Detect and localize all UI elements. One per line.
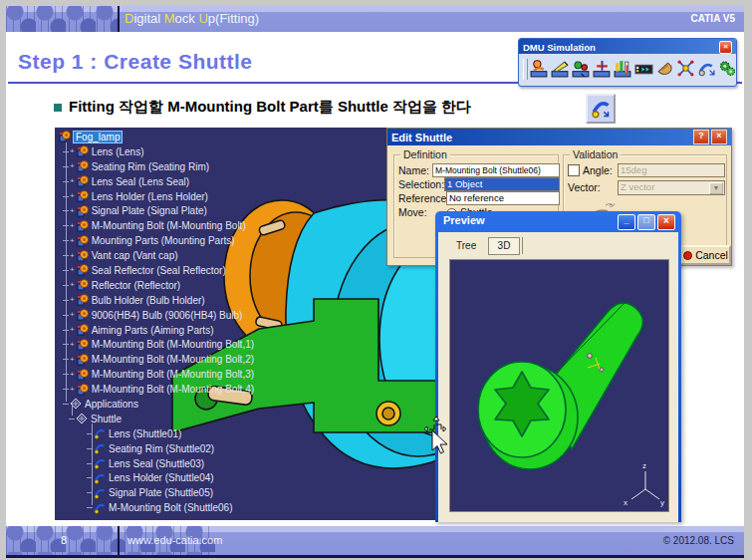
tree-item[interactable]: +M-Mounting Bolt (M-Mounting Bolt,4) [63, 382, 254, 397]
expander-icon[interactable]: + [70, 252, 75, 260]
tree-root[interactable]: Fog_lamp [59, 130, 254, 144]
expander-icon[interactable]: + [70, 177, 75, 185]
tree-item[interactable]: +Seating Rim (Seating Rim) [63, 159, 254, 174]
shuttle-icon [94, 442, 106, 454]
expander-icon[interactable]: + [70, 296, 75, 304]
tree-node-label: Applications [85, 399, 138, 410]
tree-item[interactable]: +Seal Reflector (Seal Reflector) [63, 263, 254, 278]
validation-legend: Validation [570, 148, 621, 160]
name-field[interactable]: M-Mounting Bolt (Shuttle06) [432, 163, 560, 177]
tree-item[interactable]: +M-Mounting Bolt (M-Mounting Bolt,2) [63, 352, 254, 367]
part-icon [77, 309, 89, 321]
tree-item[interactable]: +Lens Seal (Lens Seal) [63, 174, 254, 189]
tree-item[interactable]: +Bulb Holder (Bulb Holder) [63, 293, 254, 308]
tree-item[interactable]: +M-Mounting Bolt (M-Mounting Bolt,1) [63, 337, 254, 352]
tree-item[interactable]: +9006(HB4) Bulb (9006(HB4) Bulb) [63, 308, 254, 323]
clash-thermometer-icon[interactable] [614, 59, 632, 78]
expander-icon[interactable]: + [70, 371, 75, 379]
expander-icon[interactable]: + [70, 356, 75, 364]
help-icon[interactable]: ? [693, 130, 709, 144]
shuttle-tool-icon[interactable] [697, 59, 716, 78]
header-decoration [6, 6, 118, 32]
expander-icon[interactable]: + [70, 341, 75, 349]
selection-field[interactable]: 1 Object [444, 177, 560, 191]
slide: Digital Mock Up(Fitting) CATIA V5 Step 1… [6, 6, 744, 558]
part-icon [77, 175, 89, 187]
expander-icon[interactable]: + [70, 326, 75, 334]
expander-icon[interactable]: + [70, 266, 75, 274]
edit-simulation-icon[interactable] [551, 59, 570, 78]
tree-shuttle-item[interactable]: Lens (Shuttle01) [87, 426, 254, 441]
maximize-icon[interactable]: □ [637, 214, 655, 230]
tree-item-label: M-Mounting Bolt (M-Mounting Bolt,2) [92, 354, 254, 365]
toolbar-grip[interactable] [523, 59, 528, 80]
simulation-icon[interactable] [530, 59, 549, 78]
tree-node-applications[interactable]: Applications [63, 397, 254, 412]
preview-body: Tree 3D [438, 232, 678, 522]
tree-item[interactable]: +Signal Plate (Signal Plate) [63, 203, 254, 218]
expander-icon[interactable]: + [70, 386, 75, 394]
tree-item[interactable]: +Lens Holder (Lens Holder) [63, 189, 254, 204]
tree-branch-line [92, 423, 93, 505]
tree-item[interactable]: +Vant cap (Vant cap) [63, 248, 254, 263]
close-icon[interactable]: × [719, 41, 732, 54]
dialog-titlebar[interactable]: Edit Shuttle ? × [387, 129, 731, 145]
generate-replay-icon[interactable] [572, 59, 591, 78]
header-divider [118, 6, 120, 32]
tree-item[interactable]: +Mounting Parts (Mounting Parts) [63, 233, 254, 248]
expander-icon[interactable]: + [70, 237, 75, 245]
tree-item[interactable]: +Lens (Lens) [63, 144, 254, 159]
tree-shuttle-item[interactable]: Lens Holder (Shuttle04) [87, 470, 254, 485]
compile-simulation-icon[interactable] [634, 59, 653, 78]
expander-icon[interactable]: + [70, 147, 75, 155]
expander-icon[interactable]: + [70, 222, 75, 230]
expander-icon[interactable]: + [70, 311, 75, 319]
mechanism-icon[interactable] [718, 59, 737, 78]
angle-checkbox[interactable] [568, 164, 580, 176]
expander-icon[interactable]: + [70, 207, 75, 215]
tree-item-label: Lens Holder (Shuttle04) [109, 472, 214, 483]
tab-tree[interactable]: Tree [456, 240, 476, 251]
tree-item[interactable]: +M-Mounting Bolt (M-Mounting Bolt) [63, 218, 254, 233]
tree-node-shuttle[interactable]: Shuttle [69, 412, 254, 426]
tree-shuttle-item[interactable]: Lens Seal (Shuttle03) [87, 456, 254, 471]
tree-item-label: Vant cap (Vant cap) [92, 250, 178, 261]
tree-item[interactable]: +Aiming Parts (Aiming Parts) [63, 323, 254, 338]
edit-sequence-icon[interactable] [593, 59, 612, 78]
tree-item-label: M-Mounting Bolt (M-Mounting Bolt) [92, 220, 246, 231]
preview-titlebar[interactable]: Preview _ □ × [435, 211, 681, 234]
shuttle-icon [94, 457, 106, 469]
toolbar-titlebar[interactable]: DMU Simulation × [519, 39, 736, 54]
tree-item-label: Signal Plate (Shuttle05) [109, 487, 213, 498]
minimize-icon[interactable]: _ [618, 214, 635, 230]
expander-icon[interactable]: + [70, 162, 75, 170]
tree-branch-line [72, 402, 73, 416]
bullet-text: Fitting 작업할 M-Mounting Bolt Part를 Shuttl… [69, 98, 471, 117]
part-icon [77, 250, 89, 262]
tree-shuttle-item[interactable]: M-Mounting Bolt (Shuttle06) [87, 500, 254, 515]
tree-item[interactable]: +Reflector (Reflector) [63, 278, 254, 293]
part-icon [77, 264, 89, 276]
chevron-down-icon: ▼ [709, 182, 723, 194]
cam-icon[interactable] [655, 59, 674, 78]
close-icon[interactable]: × [657, 214, 675, 230]
part-icon [77, 384, 89, 396]
expander-icon[interactable]: + [70, 281, 75, 289]
expander-icon[interactable]: + [70, 192, 75, 200]
close-icon[interactable]: × [711, 130, 727, 144]
tree-item-label: Seating Rim (Shuttle02) [109, 443, 214, 454]
tree-item-label: Seal Reflector (Seal Reflector) [92, 265, 226, 276]
copyright: © 2012.08. LCS [663, 526, 734, 555]
axis-triad: z x y [624, 461, 664, 507]
tree-shuttle-item[interactable]: Signal Plate (Shuttle05) [87, 485, 254, 500]
preview-3d-viewport[interactable]: z x y [449, 259, 669, 512]
tree-item[interactable]: +M-Mounting Bolt (M-Mounting Bolt,3) [63, 367, 254, 382]
cancel-button[interactable]: Cancel [680, 245, 731, 265]
tree-shuttle-item[interactable]: Seating Rim (Shuttle02) [87, 441, 254, 456]
edit-shuttle-tool-button[interactable] [586, 94, 616, 124]
tab-3d[interactable]: 3D [488, 237, 520, 255]
reference-field[interactable]: No reference [446, 191, 560, 205]
tree-item-label: 9006(HB4) Bulb (9006(HB4) Bulb) [92, 310, 243, 321]
site-url[interactable]: www.edu-catia.com [127, 526, 222, 555]
swept-volume-icon[interactable] [676, 59, 695, 78]
